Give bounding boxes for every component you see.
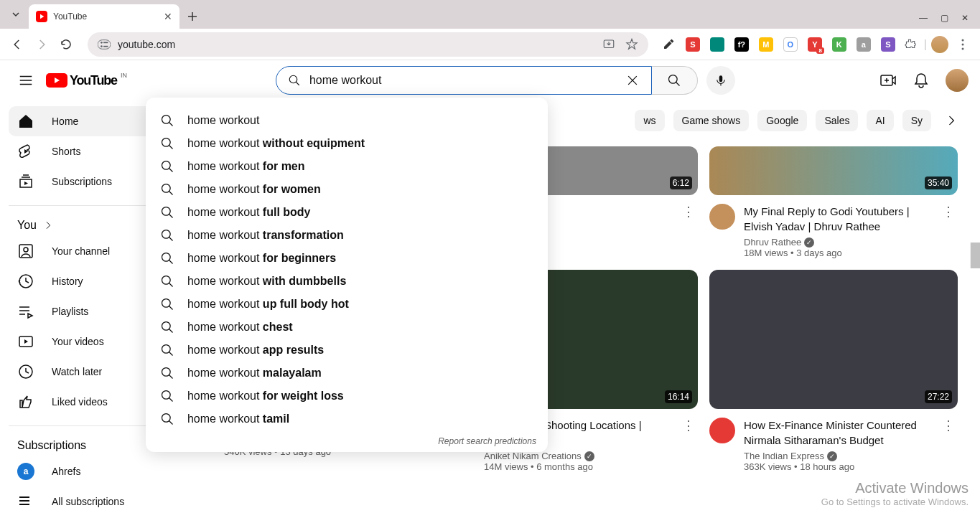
report-predictions-link[interactable]: Report search predictions — [146, 430, 548, 446]
search-input[interactable] — [309, 74, 617, 87]
extension-icon[interactable]: S — [881, 37, 895, 52]
search-suggestion[interactable]: home workout chest — [146, 316, 548, 339]
filter-chip[interactable]: ws — [635, 110, 664, 131]
video-duration: 27:22 — [925, 390, 952, 403]
extension-icon[interactable] — [710, 37, 724, 52]
youtube-app: YouTube IN home workouthome workout with… — [0, 60, 980, 513]
shorts-icon — [17, 143, 34, 160]
search-suggestion[interactable]: home workout with dumbbells — [146, 270, 548, 293]
search-suggestion[interactable]: home workout — [146, 109, 548, 132]
filter-chip[interactable]: Google — [757, 110, 807, 131]
video-menu-button[interactable]: ⋮ — [679, 418, 698, 472]
extension-icon[interactable]: Y8 — [808, 37, 822, 52]
search-icon — [160, 389, 174, 403]
search-suggestion[interactable]: home workout tamil — [146, 408, 548, 430]
youtube-header: YouTube IN home workouthome workout with… — [0, 60, 980, 100]
extension-icon[interactable]: S — [686, 37, 700, 52]
youtube-logo[interactable]: YouTube IN — [46, 73, 117, 88]
search-suggestion[interactable]: home workout malayalam — [146, 362, 548, 385]
extension-icons: Sf?MOY8KaS — [661, 37, 895, 52]
voice-search-button[interactable] — [706, 66, 735, 95]
new-tab-button[interactable] — [182, 6, 202, 27]
minimize-button[interactable]: — — [919, 13, 928, 23]
install-app-icon[interactable] — [602, 38, 615, 51]
extension-icon[interactable]: a — [857, 37, 871, 52]
extension-icon[interactable] — [661, 37, 676, 52]
svg-rect-5 — [103, 45, 108, 47]
site-settings-icon[interactable] — [98, 39, 111, 50]
video-menu-button[interactable]: ⋮ — [939, 204, 958, 258]
channel-name[interactable]: Dhruv Rathee — [744, 237, 930, 248]
search-suggestion[interactable]: home workout for women — [146, 178, 548, 201]
your-channel-icon — [17, 243, 34, 260]
search-suggestion[interactable]: home workout full body — [146, 201, 548, 224]
video-card[interactable]: 35:40 My Final Reply to Godi Youtubers |… — [709, 146, 958, 258]
extension-icon[interactable]: O — [783, 37, 798, 52]
filter-chip[interactable]: Game shows — [673, 110, 750, 131]
channel-name[interactable]: The Indian Express — [744, 451, 930, 461]
reload-button[interactable] — [56, 34, 76, 55]
video-stats: 363K views • 18 hours ago — [744, 461, 930, 472]
scrollbar-thumb[interactable] — [970, 243, 980, 268]
chrome-menu-button[interactable] — [953, 34, 973, 55]
maximize-button[interactable]: ▢ — [941, 13, 948, 23]
svg-point-14 — [162, 138, 170, 147]
filter-chip[interactable]: AI — [867, 110, 893, 131]
back-button[interactable] — [7, 34, 27, 55]
tab-search-dropdown[interactable] — [6, 4, 26, 24]
profile-avatar[interactable] — [931, 36, 948, 53]
video-thumbnail[interactable]: 35:40 — [709, 146, 958, 195]
guide-menu-button[interactable] — [11, 66, 40, 95]
video-menu-button[interactable]: ⋮ — [939, 418, 958, 472]
tab-close-icon[interactable]: ✕ — [164, 11, 172, 22]
video-card[interactable]: 27:22 How Ex-Finance Minister Countered … — [709, 270, 958, 472]
sidebar-subscription-channel[interactable]: aAhrefs — [9, 456, 172, 486]
history-icon — [17, 273, 34, 290]
bookmark-icon[interactable] — [625, 38, 638, 51]
chips-scroll-right[interactable] — [940, 109, 963, 132]
video-duration: 35:40 — [925, 177, 952, 189]
search-icon — [160, 274, 174, 288]
address-bar[interactable]: youtube.com — [88, 32, 648, 57]
video-menu-button[interactable]: ⋮ — [679, 204, 698, 230]
channel-name[interactable]: Aniket Nikam Creations — [484, 451, 671, 461]
close-button[interactable]: ✕ — [961, 13, 969, 23]
search-suggestion[interactable]: home workout without equipment — [146, 132, 548, 155]
video-thumbnail[interactable]: 27:22 — [709, 270, 958, 409]
channel-avatar[interactable] — [709, 418, 735, 443]
browser-tab[interactable]: YouTube ✕ — [29, 4, 179, 29]
verified-icon — [827, 451, 837, 461]
extension-icon[interactable]: f? — [734, 37, 749, 52]
sidebar-item-all-subscriptions[interactable]: All subscriptions — [9, 486, 172, 513]
notifications-button[interactable] — [913, 72, 930, 89]
channel-avatar[interactable] — [709, 204, 735, 230]
youtube-logo-icon — [46, 73, 67, 88]
create-button[interactable] — [879, 72, 897, 89]
verified-icon — [804, 237, 814, 248]
filter-chip[interactable]: Sy — [902, 110, 931, 131]
search-box[interactable] — [276, 66, 652, 95]
search-suggestion[interactable]: home workout transformation — [146, 224, 548, 247]
search-button[interactable] — [652, 66, 698, 95]
search-suggestion[interactable]: home workout app results — [146, 339, 548, 362]
search-suggestion[interactable]: home workout for men — [146, 155, 548, 178]
account-avatar[interactable] — [946, 69, 969, 92]
search-suggestion[interactable]: home workout for beginners — [146, 247, 548, 270]
tab-title: YouTube — [53, 11, 158, 22]
svg-rect-12 — [719, 75, 723, 82]
filter-chip[interactable]: Sales — [816, 110, 858, 131]
forward-button[interactable] — [32, 34, 52, 55]
extension-icon[interactable]: K — [832, 37, 846, 52]
extensions-button[interactable] — [900, 34, 920, 55]
search-icon — [160, 320, 174, 334]
window-controls: — ▢ ✕ — [919, 13, 969, 23]
extension-icon[interactable]: M — [759, 37, 773, 52]
video-duration: 6:12 — [670, 177, 692, 189]
subscriptions-icon — [17, 173, 34, 190]
svg-point-18 — [162, 230, 170, 239]
clear-search-icon[interactable] — [625, 73, 640, 88]
search-suggestion[interactable]: home workout for weight loss — [146, 385, 548, 408]
svg-point-22 — [162, 322, 170, 331]
search-suggestion[interactable]: home workout up full body hot — [146, 293, 548, 316]
svg-rect-1 — [98, 39, 111, 49]
